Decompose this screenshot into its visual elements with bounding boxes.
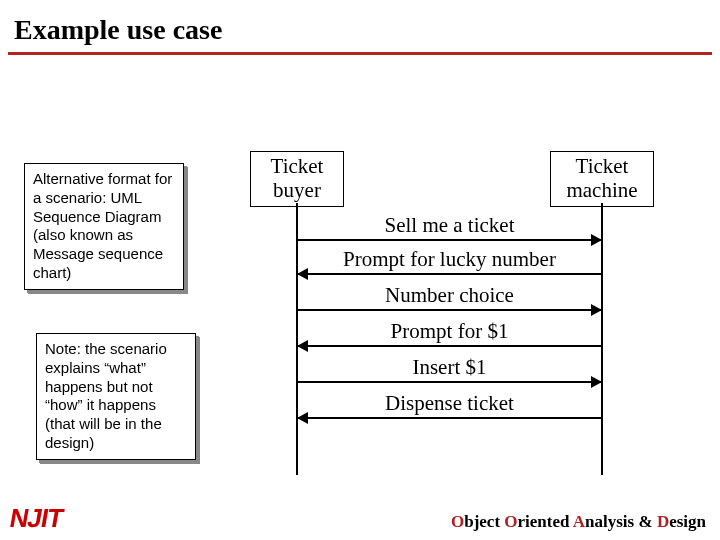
footer-word: esign [669,512,706,531]
note-what-vs-how: Note: the scenario explains “what” happe… [36,333,196,460]
message-dispense-ticket: Dispense ticket [298,391,601,416]
message-number-choice: Number choice [298,283,601,308]
participant-ticket-machine: Ticket machine [550,151,654,207]
slide-title: Example use case [0,0,720,52]
njit-logo: NJIT [7,503,65,534]
footer-letter: D [657,512,669,531]
arrow-left-icon [298,345,601,347]
footer-course-title: Object Oriented Analysis & Design [451,512,706,532]
footer-word: riented [518,512,573,531]
message-insert-dollar: Insert $1 [298,355,601,380]
participant-ticket-buyer: Ticket buyer [250,151,344,207]
message-prompt-lucky: Prompt for lucky number [298,247,601,272]
footer-word: nalysis & [585,512,657,531]
message-sell-ticket: Sell me a ticket [298,213,601,238]
footer-letter: O [451,512,464,531]
slide-content: Alternative format for a scenario: UML S… [0,55,720,475]
arrow-right-icon [298,309,601,311]
message-prompt-dollar: Prompt for $1 [298,319,601,344]
arrow-left-icon [298,273,601,275]
footer-letter: O [504,512,517,531]
arrow-left-icon [298,417,601,419]
note-alternative-format: Alternative format for a scenario: UML S… [24,163,184,290]
arrow-right-icon [298,239,601,241]
footer-letter: A [573,512,585,531]
footer-word: bject [464,512,504,531]
arrow-right-icon [298,381,601,383]
